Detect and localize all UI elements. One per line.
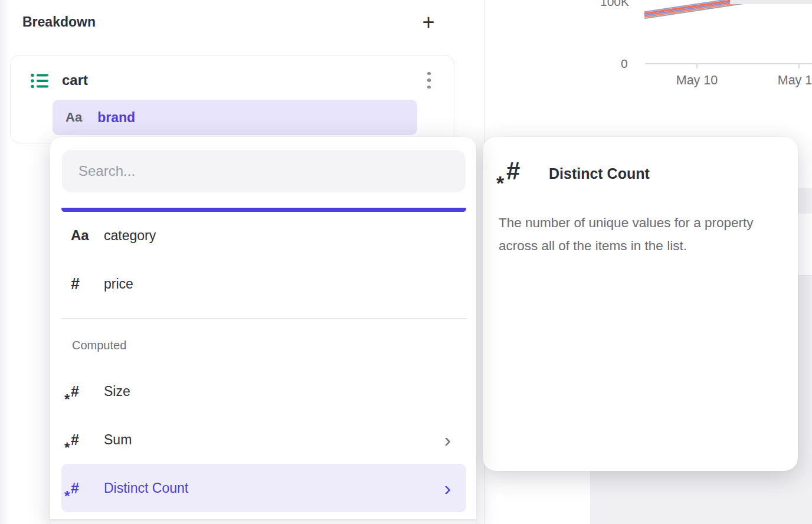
property-option-label: category [104,228,156,244]
chart-scroll-strip [730,0,812,4]
chevron-right-icon: › [444,478,451,498]
x-axis-label-may17: May 17 [770,73,812,88]
property-option-price[interactable]: # price [61,260,466,308]
property-option-label: price [104,276,133,292]
computed-number-icon: #* [506,157,520,185]
computed-option-label: Size [104,384,130,399]
y-axis-tick-0: 0 [621,57,628,71]
selected-property-chip[interactable]: Aa brand [53,100,417,135]
breakdown-title: Breakdown [22,14,96,30]
computed-option-sum[interactable]: #* Sum › [61,415,466,464]
computed-number-icon: #* [71,480,79,497]
dropdown-divider [61,318,467,319]
number-type-icon: # [61,275,94,293]
property-option-category[interactable]: Aa category [61,211,466,260]
x-axis-line [646,63,812,64]
add-breakdown-button[interactable]: + [414,8,443,37]
x-axis-label-may10: May 10 [669,73,725,88]
computed-option-distinct-count[interactable]: #* Distinct Count › [61,464,466,512]
selected-property-name: brand [97,110,135,126]
search-input[interactable] [62,150,466,192]
breakdown-card: cart Aa brand [10,55,454,143]
x-axis-tick [696,63,698,68]
property-dropdown: Aa category # price Computed #* Size #* … [50,137,476,524]
y-axis-tick-100k: 100K [600,0,629,9]
computed-number-icon: #* [71,383,79,400]
string-type-icon: Aa [61,227,94,244]
string-type-icon: Aa [66,110,82,125]
tooltip-description: The number of unique values for a proper… [499,211,781,257]
panel-edge-shade [0,0,11,524]
computed-option-size[interactable]: #* Size [61,367,466,415]
computed-number-icon: #* [71,431,79,448]
list-icon [31,73,49,89]
computed-section-label: Computed [72,339,126,352]
computed-option-label: Distinct Count [104,480,188,496]
list-name: cart [62,72,88,89]
dropdown-footer-section [50,520,476,524]
chevron-right-icon: › [444,430,451,450]
x-axis-tick [798,63,800,68]
list-property-row[interactable]: cart [31,70,88,91]
tooltip-title: Distinct Count [549,165,650,182]
kebab-menu-icon[interactable] [417,67,441,93]
distinct-count-tooltip: #* Distinct Count The number of unique v… [483,137,798,471]
computed-option-label: Sum [104,432,132,448]
